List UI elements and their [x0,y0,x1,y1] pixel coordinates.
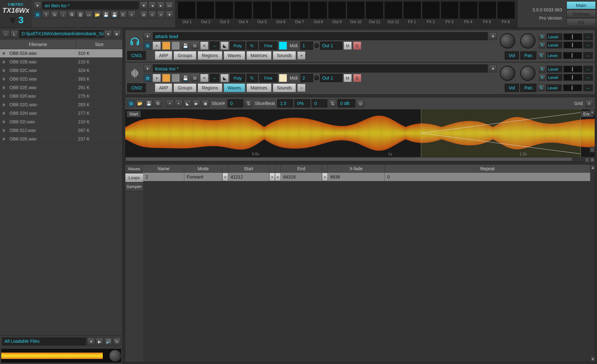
we-copy-icon[interactable]: ⧉ [154,100,161,107]
channel-name-field[interactable]: attack lead [153,32,488,40]
loop-end[interactable]: 64318 [281,173,322,181]
loop-name[interactable]: 2 [143,173,184,181]
send3-label[interactable]: Level [546,52,562,59]
ch-save-icon[interactable]: 💾 [181,42,189,50]
output-meter[interactable] [441,1,459,19]
ch-select-icon[interactable]: ▾ [489,32,497,40]
copy-icon[interactable]: ⧉ [68,11,75,18]
filter-dropdown-icon[interactable]: ▾ [87,338,95,345]
col-size[interactable]: Size [76,40,122,49]
output-meter[interactable] [365,1,384,19]
we-save-icon[interactable]: 💾 [145,100,153,107]
send2-value[interactable]: -- [583,42,593,49]
file-row[interactable]: 🗎OB8 02A.wav310 K [0,49,122,58]
level-opts-icon[interactable]: ⇅ [539,33,546,40]
output-meter[interactable] [309,1,327,19]
loop-mode[interactable]: Forward [184,173,222,181]
file-row[interactable]: 🗎OB8 02J.wav267 K [0,126,122,135]
we-record-icon[interactable]: ◉ [201,100,209,107]
ch-dropdown-icon[interactable]: ▾ [144,65,151,72]
tab-waves[interactable]: Waves [224,51,245,60]
level-opts3-icon[interactable]: ⇅ [538,52,545,59]
loop-row[interactable]: 2 Forward < 41212 > < 64318 > 6639 0 [143,173,590,181]
send1-value[interactable]: -- [583,33,593,40]
preview-volume-knob[interactable] [109,350,121,362]
preset-dropdown-icon[interactable]: ▾ [34,2,41,9]
slice-offset-field[interactable]: 0 [312,99,327,107]
send1-value[interactable]: -- [583,66,593,73]
ch-id-label[interactable]: Ch01 [127,51,146,60]
we-mode1-icon[interactable]: ▪ [175,100,182,107]
preset-name-field[interactable]: en liten ko * [42,1,139,10]
send2-label[interactable]: Level [547,42,562,49]
preview-loop-icon[interactable]: ↻ [113,338,121,345]
output-meter[interactable] [178,1,196,19]
tab-regions[interactable]: Regions [198,51,222,60]
ch-solo-button[interactable]: S [353,74,361,82]
output-meter[interactable] [272,1,290,19]
we-slice-icon[interactable]: ⇅ [245,100,252,107]
ch-close-icon[interactable]: × [200,42,208,50]
gear-icon[interactable]: ✿ [34,11,41,18]
we-play-icon[interactable]: ▶ [193,100,200,107]
panic-icon[interactable]: ⊘ [140,11,148,18]
trash-icon[interactable]: 🗑 [76,11,84,18]
browser-up-icon[interactable]: L [10,30,18,38]
ch-dropdown-icon[interactable]: ▾ [144,32,151,40]
slice-num-field[interactable]: 0 [227,99,243,107]
tab-groups[interactable]: Groups [174,51,196,60]
ch-mute-button[interactable]: M [344,42,352,50]
loop-start[interactable]: 41212 [228,173,269,181]
preset-next-icon[interactable]: ▸ [157,2,165,9]
ch-midi-field[interactable]: 2 [300,74,313,82]
lh-xfade[interactable]: X-fade [328,165,385,173]
nav-left-icon[interactable]: < [148,11,156,18]
file-row[interactable]: 🗎OB8 02K.wav237 K [0,135,122,143]
ch-dash1[interactable]: -- [210,74,219,82]
loop-xfade[interactable]: 6639 [328,173,385,181]
ch-knob-2[interactable] [520,33,535,49]
send1-label[interactable]: Level [547,33,562,40]
ch-output-select[interactable]: Out 1 [320,74,342,82]
wave-loop-region[interactable] [421,109,581,157]
send1-slider[interactable] [563,66,582,73]
tab-sounds[interactable]: Sounds [273,51,296,60]
ch-knob-1[interactable] [500,33,515,49]
browser-path-field[interactable]: D:\ljud\TX16Wx\demobank\demobank_Samp [19,30,103,38]
side-tab-loops[interactable]: Loops [125,173,143,182]
output-meter[interactable] [234,1,252,19]
tab-matrices[interactable]: Matrices [246,83,272,92]
ch-midi-field[interactable]: 1 [300,42,313,50]
tab-sounds[interactable]: Sounds [273,83,296,92]
tab-matrices[interactable]: Matrices [246,51,272,60]
tab-arp[interactable]: ARP [155,51,172,60]
lh-mode[interactable]: Mode [184,165,222,173]
ch-output-select[interactable]: Out 1 [320,42,342,50]
output-meter[interactable] [290,1,308,19]
file-row[interactable]: 🗎OB8 02I.wav210 K [0,118,122,126]
send2-label[interactable]: Level [547,74,562,81]
ch-vol-button[interactable]: Vol [505,84,519,92]
tab-regions[interactable]: Regions [198,83,222,92]
browser-path-dropdown-icon[interactable]: ▾ [104,30,112,38]
nav-list-icon[interactable]: ▾ [166,11,173,18]
ch-pan-button[interactable]: Pan [520,51,536,60]
file-row[interactable]: 🗎OB8 02H.wav277 K [0,109,122,118]
saveas-icon[interactable]: 💾 [111,11,118,18]
preview-audio-icon[interactable]: 🔊 [104,338,112,345]
send2-value[interactable]: -- [583,74,593,81]
channel-name-field[interactable]: kossa mu * [153,64,488,73]
send3-slider[interactable] [563,84,582,91]
slice-beat-field[interactable]: 1.5 [277,99,293,107]
ch-poly-button[interactable]: Poly [230,74,245,82]
open-icon[interactable]: 📂 [94,11,101,18]
we-target-icon[interactable]: ◎ [357,100,364,107]
loop-start-dec-icon[interactable]: < [222,173,228,181]
we-open-icon[interactable]: 📂 [136,100,144,107]
level-opts-icon[interactable]: ⇅ [539,66,546,73]
file-row[interactable]: 🗎OB8 02E.wav291 K [0,83,122,92]
preset-prev-icon[interactable]: ◂ [148,2,156,9]
output-meter[interactable] [196,1,214,19]
lh-start[interactable]: Start [228,165,269,173]
save-icon[interactable]: 💾 [102,11,110,18]
